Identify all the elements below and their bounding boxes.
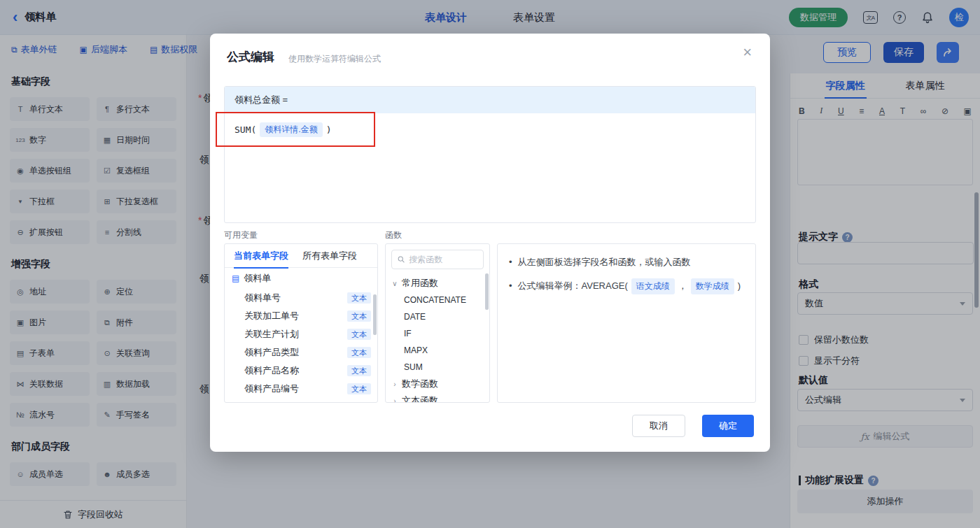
variable-item[interactable]: 领料单号文本 bbox=[225, 289, 377, 307]
chevron-right-icon: › bbox=[391, 397, 398, 404]
function-item[interactable]: MAPX bbox=[386, 342, 489, 359]
formula-suffix: ) bbox=[326, 124, 332, 135]
formula-target: 领料总金额 = bbox=[225, 87, 755, 113]
variables-root[interactable]: ▤ 领料单 bbox=[225, 268, 377, 289]
search-icon bbox=[398, 255, 405, 264]
tips-panel: • 从左侧面板选择字段名和函数，或输入函数 • 公式编辑举例：AVERAGE( … bbox=[497, 243, 756, 403]
variables-root-label: 领料单 bbox=[244, 272, 271, 285]
variable-item[interactable]: 关联生产计划文本 bbox=[225, 325, 377, 343]
function-search[interactable] bbox=[391, 250, 484, 269]
variables-label: 可用变量 bbox=[224, 229, 258, 241]
variables-panel: 当前表单字段 所有表单字段 ▤ 领料单 领料单号文本 关联加工单号文本 关联生产… bbox=[224, 243, 378, 403]
function-item[interactable]: SUM bbox=[386, 359, 489, 376]
function-item[interactable]: CONCATENATE bbox=[386, 292, 489, 308]
variables-scrollbar[interactable] bbox=[373, 294, 377, 335]
function-search-input[interactable] bbox=[409, 255, 477, 264]
variables-tabs: 当前表单字段 所有表单字段 bbox=[225, 244, 377, 268]
function-item[interactable]: DATE bbox=[386, 308, 489, 325]
example-field-chip: 数学成绩 bbox=[691, 278, 734, 294]
formula-prefix: SUM( bbox=[234, 124, 256, 135]
chevron-right-icon: › bbox=[391, 380, 398, 388]
functions-label: 函数 bbox=[385, 229, 402, 241]
functions-panel: ∨ 常用函数 CONCATENATE DATE IF MAPX SUM › 数学… bbox=[385, 243, 490, 403]
variable-item[interactable]: 领料产品类型文本 bbox=[225, 343, 377, 362]
variable-name: 关联生产计划 bbox=[244, 328, 299, 341]
variable-name: 领料产品编号 bbox=[244, 383, 299, 395]
close-icon[interactable]: × bbox=[743, 45, 752, 60]
variable-item[interactable]: 领料产品编号文本 bbox=[225, 380, 377, 398]
modal-subtitle: 使用数学运算符编辑公式 bbox=[288, 53, 381, 65]
formula-editor: 领料总金额 = SUM( 领料详情.金额 ) bbox=[224, 86, 756, 223]
variable-item[interactable]: 关联加工单号文本 bbox=[225, 307, 377, 325]
confirm-button[interactable]: 确定 bbox=[702, 415, 754, 437]
modal-title: 公式编辑 bbox=[227, 49, 274, 65]
tab-all-form-fields[interactable]: 所有表单字段 bbox=[302, 250, 357, 262]
field-type-badge: 文本 bbox=[347, 365, 371, 376]
functions-scrollbar[interactable] bbox=[485, 273, 489, 310]
chevron-down-icon: ∨ bbox=[391, 280, 398, 287]
formula-input-area[interactable]: SUM( 领料详情.金额 ) bbox=[225, 113, 755, 146]
formula-field-chip: 领料详情.金额 bbox=[260, 122, 322, 137]
bullet: • bbox=[509, 255, 512, 270]
field-type-badge: 文本 bbox=[347, 329, 371, 340]
cancel-button[interactable]: 取消 bbox=[632, 415, 685, 437]
variable-item[interactable]: 领料产品名称文本 bbox=[225, 362, 377, 380]
tip-line-1: • 从左侧面板选择字段名和函数，或输入函数 bbox=[509, 255, 744, 270]
variable-name: 领料产品类型 bbox=[244, 346, 299, 359]
formula-edit-modal: 公式编辑 使用数学运算符编辑公式 × 领料总金额 = SUM( 领料详情.金额 … bbox=[210, 34, 770, 452]
tip-line-2: • 公式编辑举例：AVERAGE( 语文成绩 ， 数学成绩 ) bbox=[509, 278, 744, 294]
field-type-badge: 文本 bbox=[347, 383, 371, 394]
function-group-common[interactable]: ∨ 常用函数 bbox=[386, 275, 489, 292]
form-doc-icon: ▤ bbox=[232, 273, 239, 283]
variable-name: 领料产品名称 bbox=[244, 364, 299, 377]
function-item[interactable]: IF bbox=[386, 325, 489, 342]
function-group-text[interactable]: › 文本函数 bbox=[386, 392, 489, 403]
tab-current-form-fields[interactable]: 当前表单字段 bbox=[234, 250, 288, 262]
function-group-math[interactable]: › 数学函数 bbox=[386, 376, 489, 392]
field-type-badge: 文本 bbox=[347, 292, 371, 304]
variable-name: 关联加工单号 bbox=[244, 310, 299, 322]
example-field-chip: 语文成绩 bbox=[631, 278, 675, 294]
field-type-badge: 文本 bbox=[347, 311, 371, 322]
bullet: • bbox=[509, 279, 512, 294]
field-type-badge: 文本 bbox=[347, 347, 371, 358]
variable-name: 领料单号 bbox=[244, 292, 281, 304]
